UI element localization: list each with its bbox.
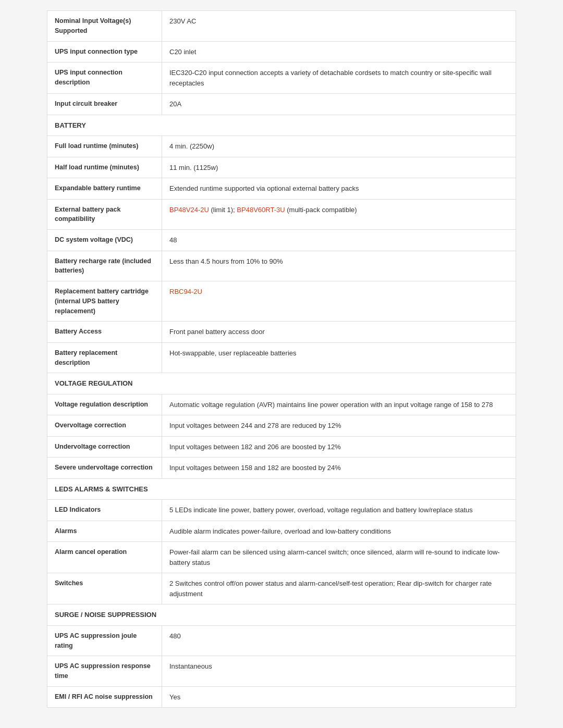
spec-link[interactable]: BP48V24-2U: [169, 206, 209, 214]
table-row: Expandable battery runtimeExtended runti…: [47, 178, 516, 200]
table-row: UPS AC suppression response timeInstanta…: [47, 656, 516, 687]
table-row: EMI / RFI AC noise suppressionYes: [47, 686, 516, 708]
section-header: LEDS ALARMS & SWITCHES: [47, 478, 516, 500]
row-label: UPS input connection description: [47, 63, 162, 94]
section-header: SURGE / NOISE SUPPRESSION: [47, 604, 516, 626]
table-row: LED Indicators5 LEDs indicate line power…: [47, 500, 516, 521]
row-label: Input circuit breaker: [47, 94, 162, 115]
row-label: Nominal Input Voltage(s) Supported: [47, 11, 162, 42]
table-row: UPS input connection descriptionIEC320-C…: [47, 63, 516, 94]
row-value: 230V AC: [162, 11, 516, 42]
table-row: Alarm cancel operationPower-fail alarm c…: [47, 542, 516, 573]
row-label: LED Indicators: [47, 500, 162, 521]
row-label: Full load runtime (minutes): [47, 136, 162, 157]
section-title: BATTERY: [47, 115, 516, 136]
section-header: BATTERY: [47, 115, 516, 136]
row-label: Half load runtime (minutes): [47, 157, 162, 178]
row-label: Replacement battery cartridge (internal …: [47, 281, 162, 322]
table-row: Undervoltage correctionInput voltages be…: [47, 436, 516, 458]
row-label: Overvoltage correction: [47, 415, 162, 437]
row-label: Undervoltage correction: [47, 436, 162, 458]
table-row: Severe undervoltage correctionInput volt…: [47, 458, 516, 479]
row-value: 5 LEDs indicate line power, battery powe…: [162, 500, 516, 521]
row-value: Power-fail alarm can be silenced using a…: [162, 542, 516, 573]
row-value: Input voltages between 158 and 182 are b…: [162, 458, 516, 479]
table-row: Replacement battery cartridge (internal …: [47, 281, 516, 322]
row-label: Alarms: [47, 521, 162, 542]
row-value: 20A: [162, 94, 516, 115]
row-value: 480: [162, 625, 516, 656]
table-row: Overvoltage correctionInput voltages bet…: [47, 415, 516, 437]
row-label: UPS AC suppression response time: [47, 656, 162, 687]
table-row: Switches2 Switches control off/on power …: [47, 573, 516, 604]
row-value: Input voltages between 182 and 206 are b…: [162, 436, 516, 458]
row-value: Audible alarm indicates power-failure, o…: [162, 521, 516, 542]
row-value: 11 min. (1125w): [162, 157, 516, 178]
row-value: Less than 4.5 hours from 10% to 90%: [162, 251, 516, 281]
row-label: UPS AC suppression joule rating: [47, 625, 162, 656]
section-title: VOLTAGE REGULATION: [47, 373, 516, 394]
row-value: Yes: [162, 686, 516, 708]
table-row: UPS AC suppression joule rating480: [47, 625, 516, 656]
spec-link[interactable]: RBC94-2U: [169, 288, 202, 295]
table-row: AlarmsAudible alarm indicates power-fail…: [47, 521, 516, 542]
section-title: LEDS ALARMS & SWITCHES: [47, 478, 516, 500]
row-label: Expandable battery runtime: [47, 178, 162, 200]
table-row: Battery replacement descriptionHot-swapp…: [47, 342, 516, 373]
row-label: External battery pack compatibility: [47, 199, 162, 230]
row-value: IEC320-C20 input connection accepts a va…: [162, 63, 516, 94]
spec-link[interactable]: BP48V60RT-3U: [237, 206, 285, 214]
section-header: VOLTAGE REGULATION: [47, 373, 516, 394]
row-label: UPS input connection type: [47, 41, 162, 63]
section-title: SURGE / NOISE SUPPRESSION: [47, 604, 516, 626]
row-value: BP48V24-2U (limit 1); BP48V60RT-3U (mult…: [162, 199, 516, 230]
row-value: Automatic voltage regulation (AVR) maint…: [162, 394, 516, 415]
row-value: 4 min. (2250w): [162, 136, 516, 157]
row-value: 48: [162, 230, 516, 251]
row-value: Extended runtime supported via optional …: [162, 178, 516, 200]
row-label: Voltage regulation description: [47, 394, 162, 415]
row-value: Hot-swappable, user replaceable batterie…: [162, 342, 516, 373]
row-value: RBC94-2U: [162, 281, 516, 322]
table-row: UPS input connection typeC20 inlet: [47, 41, 516, 63]
row-label: Battery recharge rate (included batterie…: [47, 251, 162, 281]
row-label: EMI / RFI AC noise suppression: [47, 686, 162, 708]
table-row: DC system voltage (VDC)48: [47, 230, 516, 251]
table-row: Nominal Input Voltage(s) Supported230V A…: [47, 11, 516, 42]
row-label: Switches: [47, 573, 162, 604]
table-row: Input circuit breaker20A: [47, 94, 516, 115]
row-value: Instantaneous: [162, 656, 516, 687]
row-value: 2 Switches control off/on power status a…: [162, 573, 516, 604]
row-label: Battery replacement description: [47, 342, 162, 373]
table-row: Full load runtime (minutes)4 min. (2250w…: [47, 136, 516, 157]
row-label: Battery Access: [47, 322, 162, 343]
table-row: Battery recharge rate (included batterie…: [47, 251, 516, 281]
table-row: Voltage regulation descriptionAutomatic …: [47, 394, 516, 415]
table-row: Battery AccessFront panel battery access…: [47, 322, 516, 343]
row-value: C20 inlet: [162, 41, 516, 63]
row-label: Alarm cancel operation: [47, 542, 162, 573]
table-row: Half load runtime (minutes)11 min. (1125…: [47, 157, 516, 178]
row-value: Input voltages between 244 and 278 are r…: [162, 415, 516, 437]
table-row: External battery pack compatibilityBP48V…: [47, 199, 516, 230]
row-label: DC system voltage (VDC): [47, 230, 162, 251]
spec-table: Nominal Input Voltage(s) Supported230V A…: [47, 10, 516, 708]
row-value: Front panel battery access door: [162, 322, 516, 343]
row-label: Severe undervoltage correction: [47, 458, 162, 479]
